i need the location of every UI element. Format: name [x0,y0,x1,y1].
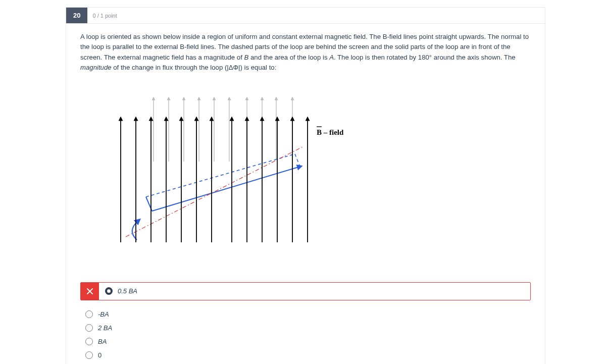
radio-empty-icon [85,338,93,345]
rear-field-lines [154,98,292,162]
qtext-var-a: A [329,54,334,61]
qtext-part: and the area of the loop is [248,54,329,61]
question-number-badge: 20 [66,8,87,23]
radio-empty-icon [85,310,93,318]
answers-group: 0.5 BA -BA 2 BA BA 0 [80,282,531,362]
b-field-label: B – field [317,128,344,136]
question-body: A loop is oriented as shown below inside… [66,24,545,364]
svg-line-11 [295,154,300,167]
diagram: B – field [95,88,531,257]
answer-option[interactable]: 0 [80,348,531,362]
answer-label: 0 [98,351,102,359]
answer-body: 0.5 BA [99,283,530,300]
qtext-part: of the change in flux through the loop (… [112,64,277,71]
answer-label: -BA [98,310,109,318]
answer-option[interactable]: 2 BA [80,321,531,335]
diagram-svg: B – field [95,88,358,255]
qtext-part: . The loop is then rotated by 180° aroun… [334,54,516,61]
question-text: A loop is oriented as shown below inside… [80,32,531,73]
question-points: 0 / 1 point [87,8,122,23]
qtext-var-b: B [244,54,249,61]
radio-empty-icon [85,351,93,359]
answer-label: 0.5 BA [118,287,137,295]
answer-label: 2 BA [98,324,112,332]
answer-option[interactable]: -BA [80,307,531,321]
qtext-magnitude: magnitude [80,64,112,71]
radio-empty-icon [85,324,93,332]
question-header: 20 0 / 1 point [66,8,545,24]
answer-option-selected-wrong[interactable]: 0.5 BA [80,282,531,300]
question-card: 20 0 / 1 point A loop is oriented as sho… [66,7,545,364]
answer-label: BA [98,338,107,345]
answer-option[interactable]: BA [80,335,531,348]
wrong-icon [81,283,99,300]
radio-selected-icon [105,287,113,295]
rotation-arrow-icon [132,221,138,240]
